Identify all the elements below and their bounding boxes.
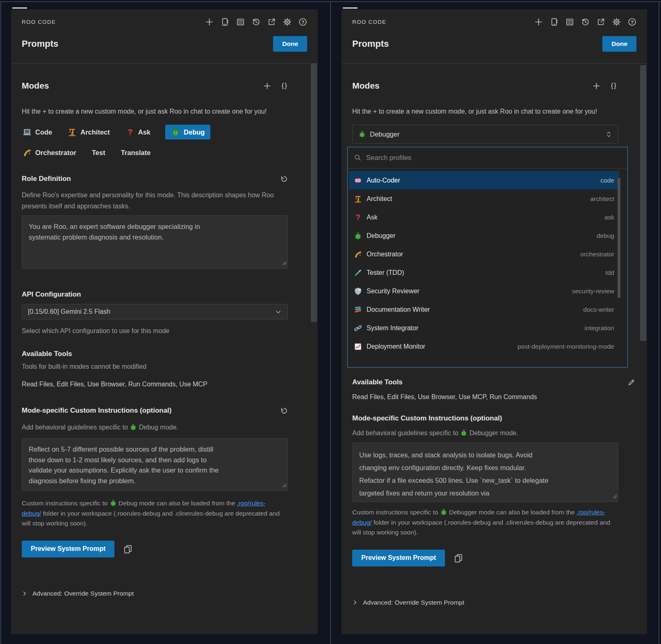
scrollbar-thumb[interactable] [311, 64, 317, 322]
extension-title: ROO CODE [22, 19, 56, 25]
chevron-down-icon [275, 308, 282, 315]
modes-hint: Hit the + to create a new custom mode, o… [352, 106, 607, 117]
prompts-list-icon[interactable] [236, 18, 245, 26]
help-icon[interactable]: ? [299, 18, 307, 26]
beetle-icon [109, 499, 117, 507]
mode-chip-test[interactable]: Test [91, 145, 106, 160]
mode-chip-architect[interactable]: Architect [67, 125, 111, 139]
crane-icon [354, 195, 362, 203]
plus-icon[interactable] [534, 18, 543, 26]
history-icon[interactable] [252, 18, 260, 26]
api-configuration-heading: API Configuration [22, 290, 288, 299]
chevron-right-icon [22, 591, 27, 596]
pencil-icon[interactable] [627, 379, 635, 386]
panel-header: ROO CODE ? Prompts Done [11, 9, 318, 63]
edit-modes-json-icon[interactable]: {} [611, 82, 617, 90]
settings-scroll-area[interactable]: Modes {} Hit the + to create a new custo… [342, 63, 647, 634]
available-tools-list: Read Files, Edit Files, Use Browser, Run… [22, 381, 288, 388]
profile-option-orchestrator[interactable]: Orchestrator orchestrator [349, 245, 619, 263]
profile-option-system-integrator[interactable]: System Integrator integration [349, 319, 619, 337]
profile-option-deployment-monitor[interactable]: Deployment Monitor post-deployment-monit… [349, 337, 619, 356]
dropdown-scrollbar-thumb[interactable] [618, 178, 620, 298]
settings-gear-icon[interactable] [612, 18, 621, 26]
scrollbar[interactable] [311, 64, 317, 632]
profile-option-auto-coder[interactable]: Auto-Coder code [349, 171, 619, 190]
preview-system-prompt-button[interactable]: Preview System Prompt [22, 541, 114, 557]
api-configuration-select[interactable]: [0.15/0.60] Gemini 2.5 Flash [22, 304, 288, 320]
role-definition-description: Define Roo's expertise and personality f… [22, 190, 277, 212]
role-definition-heading: Role Definition [22, 175, 71, 183]
beetle-icon [171, 128, 180, 137]
search-icon [354, 154, 362, 162]
available-tools-list: Read Files, Edit Files, Use Browser, Use… [352, 393, 617, 401]
api-configuration-helper: Select which API configuration to use fo… [22, 325, 277, 336]
role-definition-textarea[interactable]: You are Roo, an expert software debugger… [22, 215, 288, 269]
done-button[interactable]: Done [273, 36, 307, 52]
boomerang-icon [354, 250, 362, 258]
preview-system-prompt-button[interactable]: Preview System Prompt [352, 550, 445, 566]
window-frame-left-line [0, 1, 1, 644]
mode-chip-debug[interactable]: Debug [165, 125, 210, 139]
question-icon: ? [354, 213, 362, 222]
mode-chip-code[interactable]: Code [22, 125, 53, 139]
boomerang-icon [23, 148, 32, 157]
beetle-icon [358, 130, 366, 138]
custom-instructions-heading: Mode-specific Custom Instructions (optio… [352, 414, 617, 422]
profile-dropdown: Auto-Coder code Architect architect ? As… [347, 147, 628, 368]
chevron-right-icon [352, 600, 358, 605]
custom-instructions-footer: Custom instructions specific to Debug mo… [22, 498, 284, 529]
marketplace-icon[interactable] [221, 18, 229, 26]
custom-instructions-textarea[interactable]: Use logs, traces, and stack analysis to … [352, 443, 618, 502]
scrollbar-thumb[interactable] [640, 65, 646, 341]
plus-icon[interactable] [205, 18, 214, 26]
available-tools-note: Tools for built-in modes cannot be modif… [22, 361, 277, 372]
profile-option-ask[interactable]: ? Ask ask [349, 208, 619, 226]
custom-instructions-guideline: Add behavioral guidelines specific to De… [352, 427, 607, 438]
copy-icon[interactable] [454, 553, 463, 562]
mode-select-value: Debugger [370, 130, 399, 138]
undo-icon[interactable] [280, 407, 288, 415]
scrollbar[interactable] [640, 64, 646, 632]
profile-option-architect[interactable]: Architect architect [349, 190, 619, 208]
panel-tab-indicator [12, 7, 27, 9]
settings-scroll-area[interactable]: Modes {} Hit the + to create a new custo… [11, 63, 318, 634]
mode-chip-translate[interactable]: Translate [120, 145, 151, 160]
profile-option-documentation-writer[interactable]: Documentation Writer docs-writer [349, 300, 619, 319]
resize-grip-icon[interactable] [613, 493, 617, 500]
pen-icon [354, 269, 362, 277]
profile-option-tester-tdd[interactable]: Tester (TDD) tdd [349, 263, 619, 282]
mode-select[interactable]: Debugger [352, 125, 618, 144]
panel-tab-indicator [343, 7, 358, 9]
page-title: Prompts [22, 39, 58, 49]
roo-code-panel-left: ROO CODE ? Prompts Done Modes {} Hit the… [11, 9, 318, 634]
available-tools-heading: Available Tools [352, 378, 403, 386]
prompts-list-icon[interactable] [565, 18, 574, 26]
open-external-icon[interactable] [597, 18, 605, 26]
copy-icon[interactable] [123, 544, 132, 553]
modes-hint: Hit the + to create a new custom mode, o… [22, 106, 277, 117]
settings-gear-icon[interactable] [283, 18, 292, 26]
add-mode-icon[interactable] [263, 82, 271, 90]
help-icon[interactable]: ? [628, 18, 636, 26]
undo-icon[interactable] [280, 175, 288, 183]
mode-chip-orchestrator[interactable]: Orchestrator [22, 145, 77, 160]
profile-option-security-reviewer[interactable]: Security Reviewer security-review [349, 282, 619, 300]
edit-modes-json-icon[interactable]: {} [282, 82, 288, 90]
marketplace-icon[interactable] [550, 18, 558, 26]
resize-grip-icon[interactable] [282, 260, 287, 267]
link-icon [354, 324, 362, 332]
advanced-override-toggle[interactable]: Advanced: Override System Prompt [352, 599, 617, 606]
advanced-override-toggle[interactable]: Advanced: Override System Prompt [22, 590, 288, 597]
done-button[interactable]: Done [602, 36, 636, 52]
extension-title: ROO CODE [352, 19, 386, 25]
history-icon[interactable] [581, 18, 590, 26]
available-tools-heading: Available Tools [22, 350, 288, 358]
custom-instructions-textarea[interactable]: Reflect on 5-7 different possible source… [22, 438, 288, 491]
question-icon: ? [125, 128, 134, 137]
open-external-icon[interactable] [267, 18, 276, 26]
profile-option-debugger[interactable]: Debugger debug [349, 226, 619, 245]
add-mode-icon[interactable] [593, 82, 600, 90]
resize-grip-icon[interactable] [282, 482, 287, 489]
mode-chip-ask[interactable]: ? Ask [125, 125, 151, 139]
profile-search-input[interactable] [366, 154, 621, 162]
